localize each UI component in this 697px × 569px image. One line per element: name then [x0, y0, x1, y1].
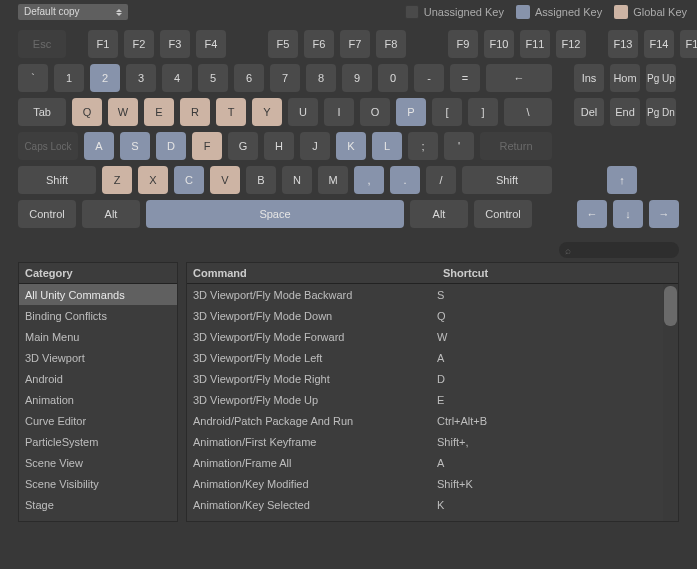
key-o[interactable]: O — [360, 98, 390, 126]
key-f5[interactable]: F5 — [268, 30, 298, 58]
key-f[interactable]: F — [192, 132, 222, 160]
key-ctrl-left[interactable]: Control — [18, 200, 76, 228]
command-row[interactable]: 3D Viewport/Fly Mode ForwardW — [187, 326, 678, 347]
category-item[interactable]: Binding Conflicts — [19, 305, 177, 326]
category-item[interactable]: 3D Viewport — [19, 347, 177, 368]
key-h[interactable]: H — [264, 132, 294, 160]
key-8[interactable]: 8 — [306, 64, 336, 92]
key-r[interactable]: R — [180, 98, 210, 126]
category-item[interactable]: Stage — [19, 494, 177, 515]
key-ctrl-right[interactable]: Control — [474, 200, 532, 228]
key-w[interactable]: W — [108, 98, 138, 126]
key-shift-left[interactable]: Shift — [18, 166, 96, 194]
key-backtick[interactable]: ` — [18, 64, 48, 92]
search-input[interactable]: ⌕ — [559, 242, 679, 258]
category-item[interactable]: Animation — [19, 389, 177, 410]
key-f15[interactable]: F15 — [680, 30, 697, 58]
key-f1[interactable]: F1 — [88, 30, 118, 58]
category-item[interactable]: Curve Editor — [19, 410, 177, 431]
category-item[interactable]: Scene View — [19, 452, 177, 473]
command-row[interactable]: Animation/Key ModifiedShift+K — [187, 473, 678, 494]
key-alt-right[interactable]: Alt — [410, 200, 468, 228]
key-1[interactable]: 1 — [54, 64, 84, 92]
key-z[interactable]: Z — [102, 166, 132, 194]
key-0[interactable]: 0 — [378, 64, 408, 92]
category-item[interactable]: Android — [19, 368, 177, 389]
key-del[interactable]: Del — [574, 98, 604, 126]
key-end[interactable]: End — [610, 98, 640, 126]
key-k[interactable]: K — [336, 132, 366, 160]
category-item[interactable]: All Unity Commands — [19, 284, 177, 305]
command-row[interactable]: 3D Viewport/Fly Mode DownQ — [187, 305, 678, 326]
key-pgdn[interactable]: Pg Dn — [646, 98, 676, 126]
key-b[interactable]: B — [246, 166, 276, 194]
key-j[interactable]: J — [300, 132, 330, 160]
key-space[interactable]: Space — [146, 200, 404, 228]
profile-dropdown[interactable]: Default copy — [18, 4, 128, 20]
command-header[interactable]: Command — [187, 263, 437, 283]
key-9[interactable]: 9 — [342, 64, 372, 92]
key-f13[interactable]: F13 — [608, 30, 638, 58]
key-semicolon[interactable]: ; — [408, 132, 438, 160]
command-row[interactable]: Animation/Frame AllA — [187, 452, 678, 473]
key-esc[interactable]: Esc — [18, 30, 66, 58]
key-pgup[interactable]: Pg Up — [646, 64, 676, 92]
command-row[interactable]: Animation/Key SelectedK — [187, 494, 678, 515]
key-left[interactable]: ← — [577, 200, 607, 228]
key-f3[interactable]: F3 — [160, 30, 190, 58]
key-capslock[interactable]: Caps Lock — [18, 132, 78, 160]
key-equals[interactable]: = — [450, 64, 480, 92]
key-f9[interactable]: F9 — [448, 30, 478, 58]
category-header[interactable]: Category — [19, 263, 177, 283]
key-a[interactable]: A — [84, 132, 114, 160]
key-d[interactable]: D — [156, 132, 186, 160]
key-f11[interactable]: F11 — [520, 30, 550, 58]
key-comma[interactable]: , — [354, 166, 384, 194]
key-7[interactable]: 7 — [270, 64, 300, 92]
key-backslash[interactable]: \ — [504, 98, 552, 126]
key-f10[interactable]: F10 — [484, 30, 514, 58]
key-v[interactable]: V — [210, 166, 240, 194]
key-f7[interactable]: F7 — [340, 30, 370, 58]
key-lbracket[interactable]: [ — [432, 98, 462, 126]
key-i[interactable]: I — [324, 98, 354, 126]
key-u[interactable]: U — [288, 98, 318, 126]
key-x[interactable]: X — [138, 166, 168, 194]
key-f6[interactable]: F6 — [304, 30, 334, 58]
key-m[interactable]: M — [318, 166, 348, 194]
key-slash[interactable]: / — [426, 166, 456, 194]
key-minus[interactable]: - — [414, 64, 444, 92]
command-row[interactable]: 3D Viewport/Fly Mode UpE — [187, 389, 678, 410]
key-home[interactable]: Hom — [610, 64, 640, 92]
key-quote[interactable]: ' — [444, 132, 474, 160]
key-4[interactable]: 4 — [162, 64, 192, 92]
key-3[interactable]: 3 — [126, 64, 156, 92]
key-l[interactable]: L — [372, 132, 402, 160]
key-q[interactable]: Q — [72, 98, 102, 126]
key-right[interactable]: → — [649, 200, 679, 228]
key-tab[interactable]: Tab — [18, 98, 66, 126]
command-row[interactable]: 3D Viewport/Fly Mode BackwardS — [187, 284, 678, 305]
key-alt-left[interactable]: Alt — [82, 200, 140, 228]
key-up[interactable]: ↑ — [607, 166, 637, 194]
category-item[interactable]: ParticleSystem — [19, 431, 177, 452]
command-row[interactable]: 3D Viewport/Fly Mode RightD — [187, 368, 678, 389]
key-f14[interactable]: F14 — [644, 30, 674, 58]
key-6[interactable]: 6 — [234, 64, 264, 92]
key-f2[interactable]: F2 — [124, 30, 154, 58]
key-shift-right[interactable]: Shift — [462, 166, 552, 194]
command-scrollbar[interactable] — [663, 284, 678, 521]
key-ins[interactable]: Ins — [574, 64, 604, 92]
key-y[interactable]: Y — [252, 98, 282, 126]
command-row[interactable]: 3D Viewport/Fly Mode LeftA — [187, 347, 678, 368]
key-return[interactable]: Return — [480, 132, 552, 160]
command-row[interactable]: Animation/First KeyframeShift+, — [187, 431, 678, 452]
key-f12[interactable]: F12 — [556, 30, 586, 58]
category-item[interactable]: Scene Visibility — [19, 473, 177, 494]
category-item[interactable]: Main Menu — [19, 326, 177, 347]
key-rbracket[interactable]: ] — [468, 98, 498, 126]
key-c[interactable]: C — [174, 166, 204, 194]
key-t[interactable]: T — [216, 98, 246, 126]
key-g[interactable]: G — [228, 132, 258, 160]
key-n[interactable]: N — [282, 166, 312, 194]
